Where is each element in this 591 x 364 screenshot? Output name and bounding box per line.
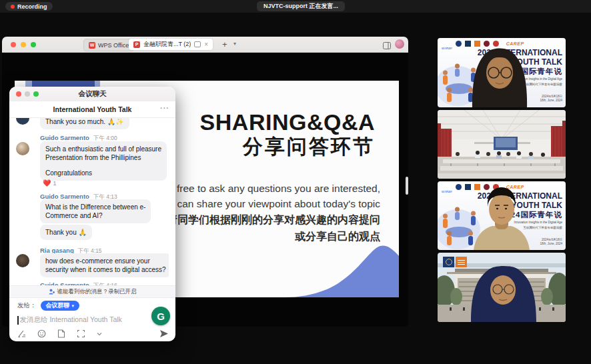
grammarly-badge[interactable]: G bbox=[151, 307, 170, 325]
chat-toolbar bbox=[17, 329, 102, 338]
avatar[interactable] bbox=[16, 118, 29, 125]
wps-home-tab-label: WPS Office bbox=[98, 42, 129, 49]
tab-close-icon[interactable]: × bbox=[204, 41, 208, 48]
participant-video-2[interactable] bbox=[438, 110, 566, 179]
chat-window-title: 会议聊天 bbox=[9, 89, 175, 99]
avatar[interactable] bbox=[16, 254, 29, 267]
chat-window: 会议聊天 International Youth Talk ··· Thank … bbox=[9, 87, 175, 341]
chat-message-bubble: Thank you 🙏 bbox=[40, 225, 92, 240]
sidebar-toggle-icon[interactable] bbox=[383, 40, 391, 52]
message-text: security when it comes to digital access… bbox=[45, 265, 166, 274]
chat-message-bubble: Thank you so much. 🙏✨ bbox=[40, 118, 129, 129]
recording-dot-icon bbox=[11, 5, 15, 9]
scrollbar-thumb[interactable] bbox=[406, 177, 408, 195]
slide-swoosh-graphic bbox=[285, 244, 399, 297]
chat-more-button[interactable]: ··· bbox=[160, 104, 169, 112]
message-text: Thank you 🙏 bbox=[45, 228, 87, 237]
slide-title-en: SHARING&Q&A bbox=[200, 110, 375, 134]
heart-reaction-icon: ❤️ bbox=[43, 179, 51, 187]
visibility-notice-text: 谁能看到你的消息？录制已开启 bbox=[57, 288, 137, 296]
chat-visibility-notice[interactable]: 谁能看到你的消息？录制已开启 bbox=[9, 285, 175, 298]
chat-subheader: International Youth Talk ··· bbox=[9, 101, 175, 118]
text-format-icon[interactable] bbox=[17, 329, 26, 338]
participant-1-person bbox=[438, 38, 566, 107]
chat-titlebar: 会议聊天 bbox=[9, 87, 175, 102]
send-to-selector[interactable]: 会议群聊 ▾ bbox=[41, 301, 80, 311]
reaction-count: 1 bbox=[53, 180, 56, 187]
wps-logo-icon: W bbox=[89, 42, 95, 49]
zoom-window-icon[interactable] bbox=[31, 42, 36, 47]
chat-message-list[interactable]: Thank you so much. 🙏✨ Guido Sarmento下午 4… bbox=[16, 118, 169, 285]
send-to-target: 会议群聊 bbox=[46, 301, 70, 310]
wps-account-avatar[interactable] bbox=[395, 39, 404, 49]
slide-body-line: 请同学们根据刚刚的分享对感兴趣的内容提问 bbox=[167, 211, 380, 228]
chat-message-bubble: how does e-commerce ensure your security… bbox=[40, 253, 169, 277]
recording-label: Recording bbox=[17, 3, 47, 10]
participant-video-4[interactable] bbox=[438, 253, 566, 322]
message-text: Commerce and AI? bbox=[45, 211, 145, 220]
participant-video-1[interactable]: GO STUDY CAREP 2024 INTERNATIONAL YOUTH … bbox=[438, 38, 566, 107]
participant-3-person bbox=[438, 181, 566, 250]
wps-document-tab[interactable]: P 金融职院青...T (2) × bbox=[129, 39, 213, 50]
participant-4-person bbox=[438, 253, 566, 322]
emoji-icon[interactable] bbox=[37, 329, 46, 338]
meeting-topbar: Recording NJVTC-support 正在发言... bbox=[0, 0, 591, 13]
text-cursor bbox=[17, 316, 19, 325]
message-text: Congratulations bbox=[45, 169, 161, 177]
send-to-label: 发给： bbox=[17, 301, 37, 310]
file-icon[interactable] bbox=[57, 329, 65, 338]
message-time: 下午 4:00 bbox=[93, 135, 117, 141]
message-text: Presentation from the Phillipines bbox=[45, 153, 161, 162]
message-text: What is the Difference between e- bbox=[45, 203, 145, 211]
chat-input-placeholder: 发消息给 International Youth Talk bbox=[20, 315, 122, 325]
slide-body-line: 或分享自己的观点 bbox=[167, 228, 380, 245]
message-text: Such a enthusiastic and full of pleasure bbox=[45, 145, 161, 153]
wps-document-tab-label: 金融职院青...T (2) bbox=[143, 40, 191, 49]
chevron-down-icon: ▾ bbox=[72, 303, 75, 309]
slide-body-text: l free to ask any questions you are inte… bbox=[167, 181, 380, 245]
close-window-icon[interactable] bbox=[11, 42, 16, 47]
message-text: Thank you so much. 🙏✨ bbox=[45, 118, 124, 126]
presentation-file-icon: P bbox=[133, 41, 140, 48]
wps-home-tab[interactable]: W WPS Office bbox=[83, 39, 134, 51]
person-icon bbox=[49, 289, 55, 295]
chat-message-bubble: Such a enthusiastic and full of pleasure… bbox=[40, 141, 167, 181]
chat-message-bubble: What is the Difference between e- Commer… bbox=[40, 199, 151, 223]
screenshot-icon[interactable] bbox=[77, 329, 85, 338]
recording-indicator: Recording bbox=[5, 2, 53, 11]
chevron-down-icon[interactable] bbox=[97, 332, 102, 336]
sender-name: Guido Sarmento bbox=[40, 134, 89, 141]
wps-titlebar: W WPS Office P 金融职院青...T (2) × + ▾ bbox=[2, 37, 408, 53]
send-message-icon[interactable] bbox=[159, 329, 169, 338]
send-to-row: 发给： 会议群聊 ▾ bbox=[17, 301, 79, 311]
slide-title: SHARING&Q&A 分享问答环节 bbox=[200, 110, 375, 158]
slide-body-line: u can share your viewpoint about today's… bbox=[167, 196, 380, 211]
active-speaker-badge: NJVTC-support 正在发言... bbox=[257, 1, 345, 11]
avatar[interactable] bbox=[16, 142, 29, 155]
message-text: how does e-commerce ensure your bbox=[45, 257, 166, 265]
tab-list-chevron-icon[interactable]: ▾ bbox=[233, 41, 236, 47]
slide-body-line: l free to ask any questions you are inte… bbox=[167, 181, 380, 196]
meeting-app-window: Recording NJVTC-support 正在发言... W WPS Of… bbox=[0, 0, 591, 364]
chat-input[interactable]: 发消息给 International Youth Talk bbox=[17, 315, 122, 325]
message-reaction[interactable]: ❤️ 1 bbox=[43, 179, 57, 187]
tab-comment-icon[interactable] bbox=[194, 41, 201, 47]
minimize-window-icon[interactable] bbox=[21, 42, 26, 47]
participant-video-3[interactable]: GO STUDY CAREP 2024 INTERNATIONAL YOUTH … bbox=[438, 181, 566, 250]
classroom-video bbox=[438, 110, 566, 179]
new-tab-button[interactable]: + bbox=[222, 39, 227, 49]
chat-channel-title: International Youth Talk bbox=[9, 105, 175, 113]
slide-title-zh: 分享问答环节 bbox=[200, 135, 375, 158]
